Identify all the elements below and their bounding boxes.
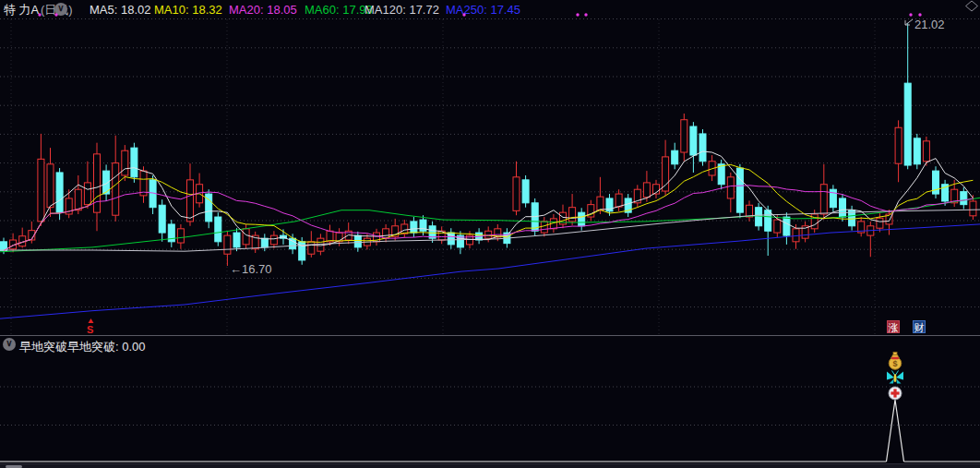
candle <box>765 206 771 256</box>
candle-body <box>597 197 604 210</box>
candle-body <box>615 194 622 207</box>
gridlines <box>0 19 980 426</box>
candle <box>84 162 90 209</box>
candle <box>588 200 594 222</box>
candle-body <box>643 183 650 198</box>
candle <box>615 189 622 211</box>
candle-body <box>904 83 911 165</box>
candle-body <box>177 229 184 243</box>
indicator-collapse-chevron-icon[interactable]: ∨ <box>3 338 16 351</box>
signal-dot <box>38 13 41 16</box>
candle-body <box>672 150 678 164</box>
candle <box>383 224 389 242</box>
candle <box>327 225 333 246</box>
ma-line-ma120 <box>0 210 980 251</box>
candle <box>38 134 44 226</box>
horizontal-scrollbar[interactable] <box>0 463 980 468</box>
signal-letter: S <box>87 324 93 335</box>
candle <box>448 228 454 249</box>
signal-dot <box>54 13 57 16</box>
candle-body <box>681 120 687 152</box>
diamond-window-icon[interactable] <box>966 1 978 11</box>
candle <box>736 164 743 218</box>
candle <box>206 189 212 228</box>
candle-body <box>765 210 771 232</box>
candle <box>438 226 445 244</box>
signal-dot <box>918 13 921 16</box>
candle <box>261 234 268 251</box>
candle <box>233 228 240 251</box>
candle <box>19 228 26 248</box>
candle-body <box>877 218 883 228</box>
candle <box>747 200 753 222</box>
candle <box>783 212 790 245</box>
sell-signal-marker: S <box>87 318 94 335</box>
candle <box>877 213 883 233</box>
candle-body <box>327 231 333 242</box>
main-chart-canvas[interactable]: 21.02 ←16.70 S $ <box>0 0 980 468</box>
candle <box>625 194 631 217</box>
candle <box>513 162 520 215</box>
candle <box>681 114 687 162</box>
candle-body <box>663 157 669 191</box>
candle <box>56 168 63 220</box>
indicator-value: 旱地突破: 0.00 <box>67 339 146 355</box>
candle <box>560 205 567 229</box>
candle-body <box>38 159 44 222</box>
signal-dot <box>584 13 587 16</box>
candle-body <box>727 177 734 198</box>
candle-body <box>522 180 529 203</box>
candle-body <box>783 217 790 235</box>
candle <box>215 212 221 246</box>
candle-body <box>579 212 585 226</box>
candle-body <box>895 127 902 163</box>
candle <box>867 222 874 257</box>
candle-body <box>513 177 520 211</box>
high-price-annotation: 21.02 <box>905 18 945 31</box>
candle-body <box>354 235 361 247</box>
signal-icon-stack: $ <box>887 353 903 401</box>
candle-body <box>736 168 743 212</box>
butterfly-icon <box>887 371 903 384</box>
candle <box>103 164 110 201</box>
candle <box>914 134 920 169</box>
candle <box>904 23 911 169</box>
candle-body <box>756 208 762 226</box>
indicator-name[interactable]: 旱地突破 <box>19 339 67 355</box>
candle-body <box>122 150 128 175</box>
candle <box>224 231 231 266</box>
candle-body <box>569 208 576 222</box>
candle <box>699 129 706 166</box>
badge-zhang[interactable]: 涨 <box>887 320 900 333</box>
candle-body <box>94 154 101 212</box>
candle-body <box>820 185 827 214</box>
candle <box>401 220 408 237</box>
candle <box>149 175 156 214</box>
candle <box>802 222 808 243</box>
candle-body <box>308 242 315 254</box>
svg-text:$: $ <box>892 359 897 368</box>
badge-cai[interactable]: 财 <box>913 320 926 333</box>
candle <box>933 166 939 198</box>
candle-body <box>215 217 221 242</box>
candle-body <box>690 126 697 155</box>
candle-body <box>970 201 976 216</box>
high-price-label: 21.02 <box>914 18 945 31</box>
candle <box>895 120 902 182</box>
candle-body <box>923 141 929 162</box>
candle <box>429 222 436 243</box>
candle-body <box>774 220 781 233</box>
candle <box>168 220 174 247</box>
candle <box>270 231 277 248</box>
candle-body <box>699 134 706 162</box>
candle-body <box>233 233 240 247</box>
candle-body <box>914 138 920 164</box>
indicator-spike <box>887 400 904 462</box>
candle <box>634 185 640 207</box>
signal-dots-layer <box>38 13 921 16</box>
candle <box>579 208 585 230</box>
candle <box>830 185 836 211</box>
candle-body <box>113 163 119 216</box>
candle-body <box>261 238 268 247</box>
candle <box>597 177 604 214</box>
